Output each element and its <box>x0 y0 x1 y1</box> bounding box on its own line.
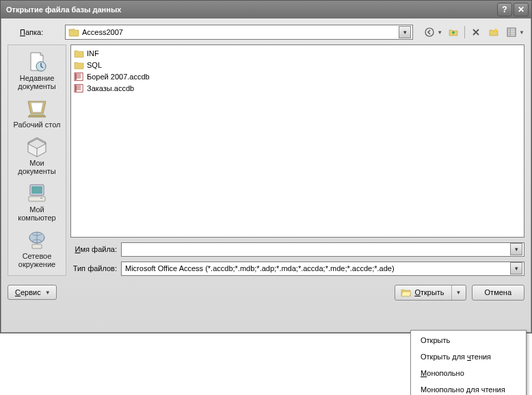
list-item[interactable]: Борей 2007.accdb <box>74 71 521 82</box>
views-dropdown-icon[interactable]: ▼ <box>519 29 524 36</box>
file-list[interactable]: INF SQL Борей 2007.accdb Заказы.accdb <box>70 44 524 238</box>
tools-button[interactable]: Сервис ▼ <box>8 285 57 300</box>
open-split-button[interactable]: Открыть ▼ <box>395 285 466 301</box>
open-dropdown-toggle[interactable]: ▼ <box>452 290 466 296</box>
filetype-dropdown[interactable]: Microsoft Office Access (*.accdb;*.mdb;*… <box>121 262 524 276</box>
open-button-main[interactable]: Открыть <box>395 288 451 297</box>
back-dropdown-icon[interactable]: ▼ <box>437 29 442 36</box>
list-item[interactable]: SQL <box>74 59 521 71</box>
folder-open-icon <box>401 288 411 297</box>
svg-rect-5 <box>29 196 45 201</box>
svg-rect-6 <box>40 198 42 199</box>
filename-input[interactable]: ▾ <box>121 242 524 257</box>
svg-rect-10 <box>75 73 77 79</box>
new-folder-button[interactable] <box>487 25 501 39</box>
recent-docs-icon <box>25 51 49 73</box>
menu-item-exclusive-readonly[interactable]: Монопольно для чтения <box>411 381 526 395</box>
filetype-label: Тип файлов: <box>70 264 121 272</box>
svg-rect-4 <box>31 186 42 194</box>
chevron-down-icon: ▼ <box>45 290 51 296</box>
my-docs-icon <box>25 136 49 157</box>
folder-icon <box>74 49 84 58</box>
place-recent-docs[interactable]: Недавние документы <box>10 48 64 93</box>
svg-rect-12 <box>75 85 77 91</box>
chevron-down-icon[interactable]: ▾ <box>510 243 522 255</box>
toolbar-icons: ▼ ▼ <box>423 25 524 39</box>
chevron-down-icon[interactable]: ▾ <box>399 26 411 38</box>
my-computer-icon <box>25 182 49 204</box>
place-my-docs[interactable]: Мои документы <box>10 133 64 178</box>
menu-item-open[interactable]: Открыть <box>411 332 526 348</box>
toolbar-separator <box>464 26 465 38</box>
svg-point-0 <box>425 28 434 36</box>
folder-label: Папка: <box>8 28 61 36</box>
places-bar: Недавние документы Рабочий стол Мои доку… <box>8 44 66 276</box>
dialog-title: Открытие файла базы данных <box>6 5 496 14</box>
place-my-computer[interactable]: Мой компьютер <box>10 179 64 225</box>
menu-item-exclusive[interactable]: Монопольно <box>411 365 526 381</box>
delete-button[interactable] <box>469 25 483 39</box>
open-file-dialog: Открытие файла базы данных ? ✕ Папка: Ac… <box>0 0 532 333</box>
chevron-down-icon[interactable]: ▾ <box>510 262 522 275</box>
svg-rect-8 <box>32 244 42 249</box>
desktop-icon <box>25 97 49 119</box>
views-button[interactable] <box>505 25 518 39</box>
help-button[interactable]: ? <box>497 3 512 16</box>
open-dropdown-menu: Открыть Открыть для чтения Монопольно Мо… <box>410 330 527 395</box>
list-item[interactable]: INF <box>74 47 521 59</box>
filename-label: Имя файла: <box>70 245 121 253</box>
cancel-button[interactable]: Отмена <box>472 285 524 301</box>
back-button[interactable] <box>423 25 436 39</box>
titlebar: Открытие файла базы данных ? ✕ <box>1 1 531 18</box>
access-file-icon <box>74 84 84 93</box>
folder-icon <box>68 27 79 37</box>
list-item[interactable]: Заказы.accdb <box>74 82 521 94</box>
access-file-icon <box>74 72 84 81</box>
place-desktop[interactable]: Рабочий стол <box>10 94 64 131</box>
up-one-level-button[interactable] <box>447 25 460 39</box>
folder-icon <box>74 60 84 70</box>
folder-path-dropdown[interactable]: Access2007 ▾ <box>65 25 413 40</box>
network-icon <box>25 229 49 251</box>
current-folder-name: Access2007 <box>82 28 396 36</box>
menu-item-open-readonly[interactable]: Открыть для чтения <box>411 348 526 365</box>
close-button[interactable]: ✕ <box>514 3 529 16</box>
place-network[interactable]: Сетевое окружение <box>10 226 64 271</box>
